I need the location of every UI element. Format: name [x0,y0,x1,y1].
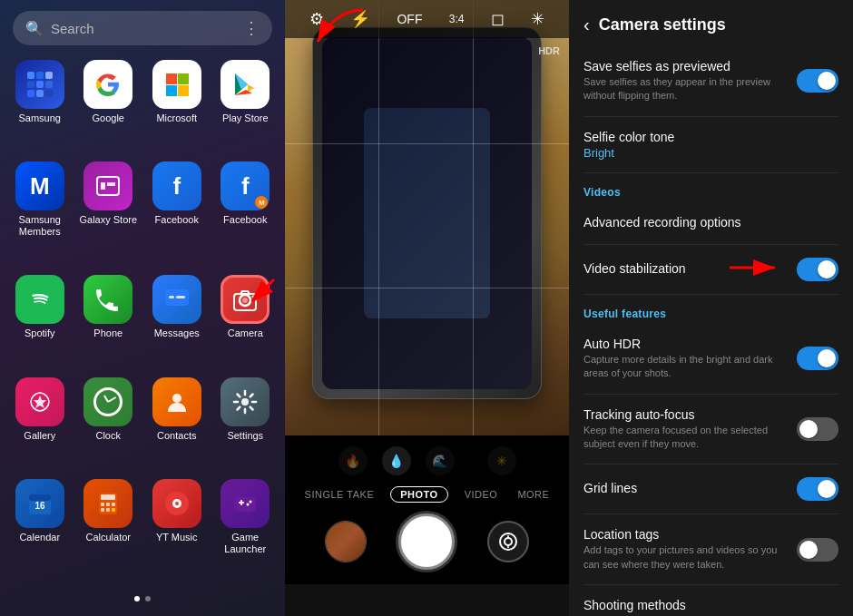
setting-save-selfies: Save selfies as previewed Save selfies a… [583,46,838,117]
setting-location-tags-name: Location tags [583,527,788,542]
app-icon-settings [221,377,270,426]
setting-tracking-af-name: Tracking auto-focus [583,407,788,422]
app-playstore[interactable]: Play Store [215,60,277,154]
app-facebook2[interactable]: f M Facebook [215,161,277,268]
dot-2[interactable] [145,596,151,601]
search-icon: 🔍 [25,20,44,37]
svg-point-23 [241,398,249,406]
filter-btn-3[interactable]: 🌊 [426,446,455,475]
app-label-camera: Camera [228,328,263,339]
shutter-button[interactable] [398,513,455,570]
camera-bottom-bar: 🔥 💧 🌊 ✳ SINGLE TAKE PHOTO VIDEO MORE [285,435,569,584]
timer-icon[interactable]: ◻ [491,9,505,29]
app-settings[interactable]: Settings [215,377,277,472]
svg-rect-25 [29,494,51,501]
toggle-tracking-af[interactable] [797,417,838,441]
app-microsoft[interactable]: Microsoft [146,60,208,154]
svg-rect-5 [45,81,53,88]
camera-viewfinder: HDR [285,0,569,435]
toggle-grid-lines[interactable] [797,477,838,501]
filter-btn-1[interactable]: 🔥 [338,446,368,475]
app-label-ytmusic: YT Music [156,532,198,543]
svg-rect-10 [178,73,189,84]
toggle-save-selfies[interactable] [797,69,838,93]
setting-shooting-methods-name: Shooting methods [583,598,838,612]
back-button[interactable]: ‹ [583,15,590,35]
app-phone[interactable]: Phone [78,275,140,369]
app-messages[interactable]: Messages [146,275,208,369]
settings-panel: ‹ Camera settings Save selfies as previe… [569,0,853,616]
app-icon-google [83,60,132,109]
setting-location-tags-desc: Add tags to your pictures and videos so … [583,543,788,572]
settings-title: Camera settings [599,15,726,34]
app-google[interactable]: Google [78,60,140,154]
svg-point-42 [247,503,250,505]
filter-row: 🔥 💧 🌊 ✳ [290,443,564,479]
app-facebook1[interactable]: f Facebook [146,161,208,268]
ratio-icon[interactable]: 3:4 [449,13,465,25]
svg-rect-40 [239,502,244,504]
effects-icon[interactable]: ✳ [531,9,544,29]
mode-more[interactable]: MORE [514,487,553,502]
app-camera[interactable]: Camera [215,275,277,369]
svg-rect-29 [101,503,104,506]
app-calendar[interactable]: 16 Calendar [9,479,71,585]
app-icon-messages [152,275,201,324]
app-samsung[interactable]: Samsung [9,60,71,154]
settings-icon[interactable]: ⚙ [309,9,324,29]
app-icon-samsung [15,60,64,109]
app-label-facebook1: Facebook [155,214,199,226]
mode-video[interactable]: VIDEO [461,487,502,502]
setting-auto-hdr-desc: Capture more details in the bright and d… [583,353,788,381]
setting-auto-hdr-name: Auto HDR [583,337,788,351]
app-label-playstore: Play Store [222,112,269,124]
mode-single-take[interactable]: SINGLE TAKE [301,487,378,502]
gallery-thumbnail[interactable] [325,521,367,562]
setting-shooting-methods[interactable]: Shooting methods [583,585,838,616]
search-bar[interactable]: 🔍 ⋮ [13,11,272,45]
toggle-auto-hdr[interactable] [797,347,838,370]
flip-camera-button[interactable] [487,521,529,562]
app-label-galaxy: Galaxy Store [79,214,137,226]
app-label-settings: Settings [227,430,263,442]
app-icon-calendar: 16 [15,479,64,528]
app-label-google: Google [93,112,124,124]
filter-btn-2[interactable]: 💧 [382,446,411,475]
app-label-members: Samsung Members [9,214,71,238]
setting-selfie-color-tone[interactable]: Selfie color tone Bright [583,117,838,173]
app-label-clock: Clock [95,430,121,442]
toggle-location-tags[interactable] [797,538,838,562]
app-label-calculator: Calculator [85,532,131,543]
app-gamelauncher[interactable]: Game Launcher [215,479,277,585]
toggle-video-stab[interactable] [797,258,838,281]
svg-rect-38 [234,497,256,512]
camera-top-bar: ⚙ ⚡ OFF 3:4 ◻ ✳ [285,0,569,38]
search-input[interactable] [51,21,236,36]
svg-rect-8 [45,90,53,97]
dot-1[interactable] [134,596,140,601]
app-icon-contacts [152,377,201,426]
svg-point-41 [250,500,252,503]
app-drawer-panel: 🔍 ⋮ Samsung [0,0,285,616]
flash-off-icon[interactable]: OFF [397,12,422,26]
app-members[interactable]: M Samsung Members [9,161,71,268]
app-contacts[interactable]: Contacts [146,377,208,472]
mode-row: SINGLE TAKE PHOTO VIDEO MORE [290,486,564,503]
app-icon-playstore [221,60,270,109]
app-spotify[interactable]: Spotify [9,275,71,369]
app-ytmusic[interactable]: YT Music [146,479,208,585]
mode-photo[interactable]: PHOTO [390,486,447,503]
app-clock[interactable]: Clock [78,377,140,472]
page-dots [0,585,285,616]
app-label-microsoft: Microsoft [156,112,197,124]
app-galaxy[interactable]: Galaxy Store [78,161,140,268]
app-gallery[interactable]: Gallery [9,377,71,472]
filter-btn-4[interactable]: ✳ [487,446,516,475]
flash-icon[interactable]: ⚡ [350,9,370,29]
setting-advanced-recording[interactable]: Advanced recording options [583,202,838,245]
app-icon-members: M [15,161,64,210]
app-label-facebook2: Facebook [223,214,267,226]
menu-dots-icon[interactable]: ⋮ [243,18,260,38]
app-calculator[interactable]: Calculator [78,479,140,585]
svg-rect-33 [106,508,110,512]
